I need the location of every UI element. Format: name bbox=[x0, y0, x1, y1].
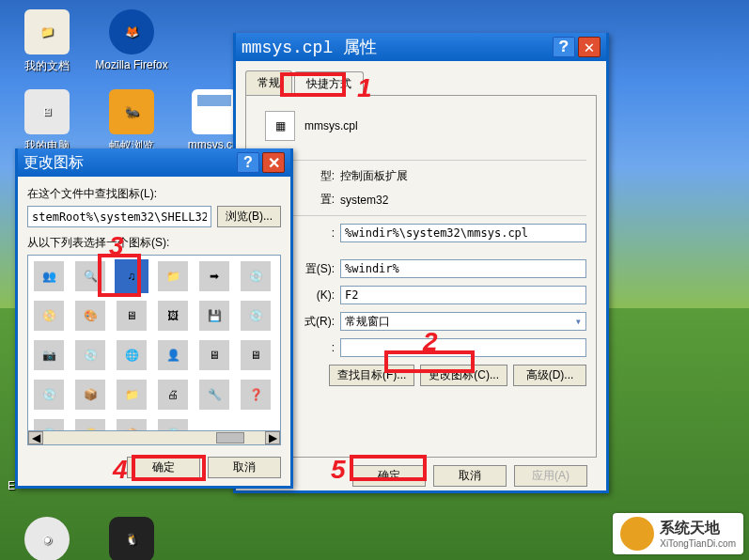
desktop-icon-firefox[interactable]: 🦊Mozilla Firefox bbox=[94, 9, 169, 71]
annotation-number-4: 4 bbox=[113, 455, 128, 485]
titlebar[interactable]: mmsys.cpl 属性 ? ✕ bbox=[236, 33, 606, 61]
help-button[interactable]: ? bbox=[553, 37, 575, 57]
list-label: 从以下列表选择一个图标(S): bbox=[27, 235, 281, 251]
help-button[interactable]: ? bbox=[237, 152, 259, 173]
path-label: 在这个文件中查找图标(L): bbox=[27, 186, 281, 202]
props-ok-button[interactable]: 确定 bbox=[352, 465, 426, 487]
icon-option-cdrom[interactable]: 💿 bbox=[241, 261, 271, 291]
computer-icon: 🖥 bbox=[24, 89, 70, 134]
shortcutkey-field[interactable] bbox=[340, 286, 586, 304]
path-field[interactable] bbox=[27, 206, 211, 227]
window-title: mmsys.cpl 属性 bbox=[242, 36, 550, 58]
desktop-icon-app1[interactable]: ◉ bbox=[9, 517, 85, 560]
icon-option-camera[interactable]: 📷 bbox=[34, 340, 64, 370]
icon-option-paint[interactable]: 🎨 bbox=[75, 301, 105, 331]
media-icon: ◉ bbox=[24, 517, 70, 560]
icon-option-folder[interactable]: 📁 bbox=[158, 261, 188, 291]
close-button[interactable]: ✕ bbox=[578, 37, 601, 57]
icon-option-disc[interactable]: 💿 bbox=[75, 340, 105, 370]
change-icon-dialog: 更改图标 ? ✕ 在这个文件中查找图标(L): 浏览(B)... 从以下列表选择… bbox=[15, 148, 293, 489]
props-apply-button: 应用(A) bbox=[514, 465, 587, 487]
file-icon: ▦ bbox=[265, 111, 295, 141]
scroll-left-icon[interactable]: ◀ bbox=[28, 431, 43, 444]
watermark-name: 系统天地 bbox=[660, 519, 736, 538]
icon-option-users[interactable]: 👥 bbox=[34, 261, 64, 291]
icon-option-search[interactable]: 🔍 bbox=[75, 261, 105, 291]
icon-option-box[interactable]: 📦 bbox=[75, 380, 105, 410]
chicon-cancel-button[interactable]: 取消 bbox=[208, 457, 281, 478]
icon-option-drive[interactable]: 💾 bbox=[199, 301, 229, 331]
desktop-icon-mydocs[interactable]: 📁我的文档 bbox=[9, 9, 85, 74]
desktop-icon-qq[interactable]: 🐧 bbox=[94, 517, 169, 560]
target-field[interactable] bbox=[340, 224, 586, 242]
icon-option-globe[interactable]: 🌐 bbox=[117, 340, 147, 370]
desktop-icon-mycomputer[interactable]: 🖥我的电脑 bbox=[9, 89, 85, 154]
browse-button[interactable]: 浏览(B)... bbox=[217, 206, 281, 227]
icon-option-tools[interactable]: 🔧 bbox=[199, 380, 229, 410]
partial-label: E bbox=[8, 479, 15, 492]
window-title: 更改图标 bbox=[23, 153, 234, 173]
watermark-url: XiTongTianDi.com bbox=[660, 538, 736, 549]
icon-option-photo[interactable]: 🖼 bbox=[158, 301, 188, 331]
icon-option-screen[interactable]: 🖥 bbox=[199, 340, 229, 370]
run-combo[interactable]: 常规窗口 ▾ bbox=[340, 312, 586, 331]
icon-option-network[interactable]: 🖥 bbox=[241, 340, 271, 370]
annotation-number-5: 5 bbox=[331, 455, 346, 485]
icon-option-arrow[interactable]: ➡ bbox=[199, 261, 229, 291]
type-value: 控制面板扩展 bbox=[340, 168, 586, 184]
props-cancel-button[interactable]: 取消 bbox=[433, 465, 507, 487]
comment-field[interactable] bbox=[340, 338, 586, 357]
icon-option-folder2[interactable]: 📁 bbox=[117, 380, 147, 410]
firefox-icon: 🦊 bbox=[109, 9, 154, 54]
advanced-button[interactable]: 高级(D)... bbox=[513, 365, 586, 386]
tab-shortcut[interactable]: 快捷方式 bbox=[294, 71, 364, 96]
watermark: 系统天地 XiTongTianDi.com bbox=[613, 513, 743, 554]
close-button[interactable]: ✕ bbox=[262, 152, 285, 173]
shortcut-icon bbox=[192, 89, 237, 134]
watermark-logo-icon bbox=[620, 517, 654, 551]
icon-option-user[interactable]: 👤 bbox=[158, 340, 188, 370]
find-target-button[interactable]: 查找目标(F)... bbox=[329, 365, 414, 386]
icon-option-help[interactable]: ❓ bbox=[241, 380, 271, 410]
ant-icon: 🐜 bbox=[109, 89, 154, 134]
scroll-right-icon[interactable]: ▶ bbox=[265, 431, 280, 444]
folder-icon: 📁 bbox=[24, 9, 70, 54]
tab-general[interactable]: 常规 bbox=[245, 70, 292, 95]
annotation-number-2: 2 bbox=[423, 327, 438, 357]
chicon-ok-button[interactable]: 确定 bbox=[127, 457, 200, 478]
annotation-number-1: 1 bbox=[357, 73, 372, 103]
icon-option-printer[interactable]: 🖨 bbox=[158, 380, 188, 410]
startin-field[interactable] bbox=[340, 259, 586, 278]
icon-scrollbar[interactable]: ◀ ▶ bbox=[27, 430, 281, 445]
chevron-down-icon: ▾ bbox=[575, 315, 582, 328]
icon-option-cdr[interactable]: 💿 bbox=[241, 301, 271, 331]
titlebar[interactable]: 更改图标 ? ✕ bbox=[18, 148, 290, 177]
scroll-thumb[interactable] bbox=[216, 432, 244, 443]
icon-list[interactable]: 👥 🔍 ♫ 📁 ➡ 💿 📀 🎨 🖥 🖼 💾 💿 📷 💿 🌐 👤 🖥 🖥 💿 📦 … bbox=[27, 255, 281, 431]
filename-text: mmsys.cpl bbox=[304, 119, 358, 132]
location-value: system32 bbox=[340, 194, 586, 207]
penguin-icon: 🐧 bbox=[109, 517, 154, 560]
change-icon-button[interactable]: 更改图标(C)... bbox=[420, 365, 507, 386]
annotation-number-3: 3 bbox=[109, 231, 124, 261]
icon-option-dvdr[interactable]: 📀 bbox=[34, 301, 64, 331]
icon-option-display[interactable]: 🖥 bbox=[117, 301, 147, 331]
icon-option-music[interactable]: ♫ bbox=[117, 261, 147, 291]
icon-option-disc2[interactable]: 💿 bbox=[34, 380, 64, 410]
desktop-icon-antbrowser[interactable]: 🐜蚂蚁浏览 bbox=[94, 89, 169, 154]
